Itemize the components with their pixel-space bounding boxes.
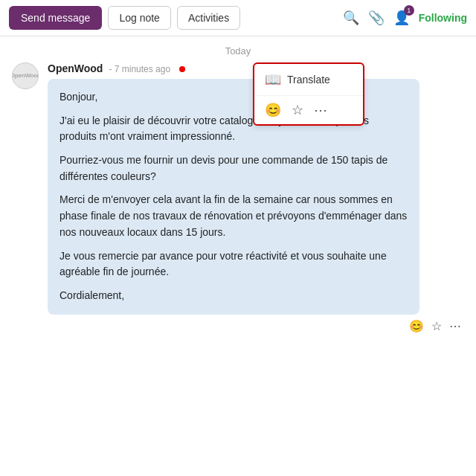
following-button[interactable]: Following [419,12,467,24]
translate-more-icon[interactable]: ⋯ [314,102,327,118]
unread-dot [179,66,185,72]
translate-emoji-icon[interactable]: 😊 [265,102,281,118]
message-author: OpenWood [48,62,103,74]
message-line-4: Merci de m'envoyer cela avant la fin de … [60,192,408,240]
paperclip-icon[interactable]: 📎 [368,10,385,26]
more-icon[interactable]: ⋯ [449,319,461,333]
message-line-6: Cordialement, [60,288,408,304]
avatar-placeholder: OpenWood [12,72,39,80]
user-badge: 1 [404,5,414,16]
star-icon[interactable]: ☆ [431,319,442,333]
message-area: OpenWood OpenWood - 7 minutes ago Bonjou… [0,62,476,333]
translate-popup: 📖 Translate 😊 ☆ ⋯ [253,62,364,126]
translate-star-icon[interactable]: ☆ [292,102,303,118]
translate-menu-item[interactable]: 📖 Translate [254,64,363,96]
log-note-button[interactable]: Log note [108,6,171,30]
activities-button[interactable]: Activities [177,6,240,30]
translate-book-icon: 📖 [265,71,281,88]
user-icon[interactable]: 👤 1 [393,10,410,26]
translate-sub-actions: 😊 ☆ ⋯ [254,96,363,124]
translate-label: Translate [287,74,330,86]
message-time: - 7 minutes ago [109,64,170,74]
avatar: OpenWood [12,62,39,89]
message-actions: 😊 ☆ ⋯ [48,319,464,333]
search-icon[interactable]: 🔍 [343,10,359,26]
send-message-button[interactable]: Send message [9,6,102,30]
emoji-icon[interactable]: 😊 [409,319,424,333]
message-line-3: Pourriez-vous me fournir un devis pour u… [60,152,408,184]
toolbar-icons: 🔍 📎 👤 1 Following [343,10,467,26]
message-row: OpenWood OpenWood - 7 minutes ago Bonjou… [12,62,464,333]
toolbar: Send message Log note Activities 🔍 📎 👤 1… [0,0,476,36]
date-separator: Today [0,36,476,62]
message-line-5: Je vous remercie par avance pour votre r… [60,248,408,280]
